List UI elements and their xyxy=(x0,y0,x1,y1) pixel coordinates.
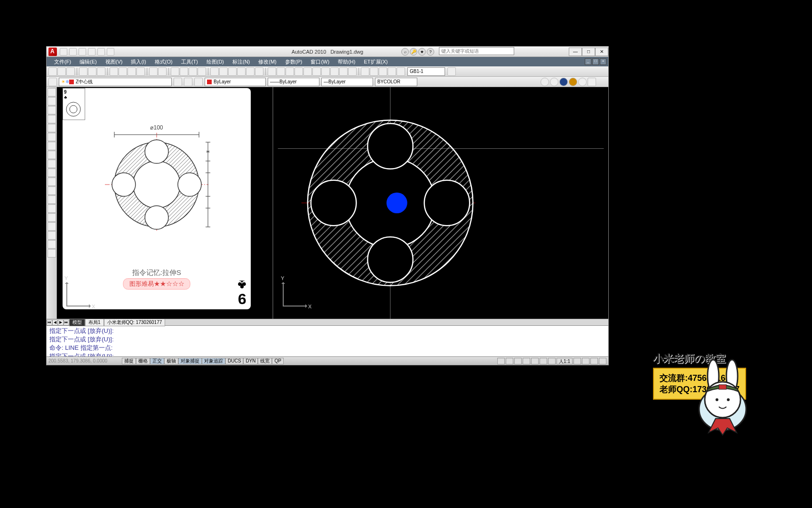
tolerance-icon[interactable] xyxy=(361,67,369,76)
dimstyle-combo[interactable]: GB1-1 xyxy=(407,67,445,76)
doc-restore-button[interactable]: □ xyxy=(592,58,599,65)
layer-combo[interactable]: ☀❄ Z中心线 xyxy=(59,78,172,86)
new-icon[interactable] xyxy=(60,48,67,56)
showmotion-icon[interactable] xyxy=(548,358,556,364)
open-icon[interactable] xyxy=(69,48,77,56)
dim-arc-icon[interactable] xyxy=(286,67,294,76)
region-icon[interactable] xyxy=(48,231,56,240)
polyline-icon[interactable] xyxy=(48,106,56,114)
point-icon[interactable] xyxy=(48,204,56,213)
2d-wireframe-icon[interactable] xyxy=(541,78,549,86)
undo-tb-icon[interactable] xyxy=(149,67,158,76)
publish-icon[interactable] xyxy=(97,67,105,76)
minimize-button[interactable]: — xyxy=(569,48,582,56)
open-file-icon[interactable] xyxy=(57,67,66,76)
doc-minimize-button[interactable]: _ xyxy=(585,58,591,65)
ellipse-arc-icon[interactable] xyxy=(48,177,56,186)
search-input[interactable] xyxy=(439,47,514,55)
maximize-button[interactable]: □ xyxy=(582,48,595,56)
quickview-layouts-icon[interactable] xyxy=(506,358,513,364)
menu-window[interactable]: 窗口(W) xyxy=(307,57,333,66)
star-icon[interactable]: ★ xyxy=(418,48,426,56)
toolbar-lock-icon[interactable] xyxy=(590,358,598,364)
rectangle-icon[interactable] xyxy=(48,124,56,132)
redo-icon[interactable] xyxy=(97,48,105,56)
menu-modify[interactable]: 修改(M) xyxy=(255,57,280,66)
arc-icon[interactable] xyxy=(48,133,56,141)
dim-baseline-icon[interactable] xyxy=(339,67,348,76)
toggle-lwt[interactable]: 线宽 xyxy=(258,358,272,364)
redo-tb-icon[interactable] xyxy=(158,67,167,76)
print-icon[interactable] xyxy=(107,48,114,56)
menu-help[interactable]: 帮助(H) xyxy=(334,57,359,66)
line-icon[interactable] xyxy=(48,88,56,97)
menu-view[interactable]: 视图(V) xyxy=(102,57,127,66)
tool-palettes-icon[interactable] xyxy=(228,67,237,76)
viewport-right[interactable]: Y X xyxy=(273,87,608,319)
tab-first-icon[interactable]: ⏮ xyxy=(47,320,52,325)
sheet-set-icon[interactable] xyxy=(237,67,246,76)
dim-diameter-icon[interactable] xyxy=(312,67,321,76)
insert-block-icon[interactable] xyxy=(48,186,56,195)
tab-layout1[interactable]: 布局1 xyxy=(85,319,104,326)
toggle-snap[interactable]: 捕捉 xyxy=(122,358,136,364)
pan-status-icon[interactable] xyxy=(523,358,530,364)
viewport-left[interactable]: 9 ♣ 9 ♣ 9 ♣ xyxy=(57,87,273,319)
menu-edit[interactable]: 编辑(E) xyxy=(76,57,101,66)
coordinates-display[interactable]: 200.5583, 179.3086, 0.0000 xyxy=(47,358,122,363)
dim-radius-icon[interactable] xyxy=(303,67,312,76)
menu-dimension[interactable]: 标注(N) xyxy=(229,57,254,66)
tab-layout2[interactable]: 小米老师QQ: 1730260177 xyxy=(104,319,166,326)
lineweight-combo[interactable]: — ByLayer xyxy=(321,78,373,86)
close-button[interactable]: ✕ xyxy=(595,48,608,56)
plotstyle-combo[interactable]: BYCOLOR xyxy=(375,78,417,86)
preview-icon[interactable] xyxy=(88,67,96,76)
polygon-icon[interactable] xyxy=(48,115,56,123)
annotation-visibility-icon[interactable] xyxy=(573,358,581,364)
hidden-icon[interactable] xyxy=(559,78,568,86)
save-icon[interactable] xyxy=(79,48,86,56)
toggle-otrack[interactable]: 对象追踪 xyxy=(202,358,225,364)
steering-wheel-icon[interactable] xyxy=(540,358,547,364)
menu-insert[interactable]: 插入(I) xyxy=(127,57,150,66)
tab-last-icon[interactable]: ⏭ xyxy=(64,320,69,325)
dim-ordinate-icon[interactable] xyxy=(295,67,303,76)
design-center-icon[interactable] xyxy=(219,67,228,76)
binoculars-icon[interactable]: ⌕ xyxy=(401,48,409,56)
vsmanage-icon[interactable] xyxy=(588,78,596,86)
save-file-icon[interactable] xyxy=(66,67,75,76)
menu-et[interactable]: ET扩展(X) xyxy=(360,57,391,66)
circle-icon[interactable] xyxy=(48,142,56,150)
revcloud-icon[interactable] xyxy=(48,151,56,159)
toggle-polar[interactable]: 极轴 xyxy=(164,358,178,364)
zoom-realtime-icon[interactable] xyxy=(180,67,188,76)
toggle-dyn[interactable]: DYN xyxy=(243,358,258,364)
toggle-osnap[interactable]: 对象捕捉 xyxy=(178,358,202,364)
zoom-previous-icon[interactable] xyxy=(198,67,206,76)
quickview-drawings-icon[interactable] xyxy=(514,358,522,364)
mtext-icon[interactable] xyxy=(48,249,56,258)
pan-icon[interactable] xyxy=(171,67,179,76)
dim-linear-icon[interactable] xyxy=(268,67,276,76)
menu-draw[interactable]: 绘图(D) xyxy=(203,57,228,66)
command-window[interactable]: 指定下一点或 [放弃(U)]: 指定下一点或 [放弃(U)]: 命令: LINE… xyxy=(47,325,608,361)
menu-tools[interactable]: 工具(T) xyxy=(177,57,202,66)
toggle-qp[interactable]: QP xyxy=(272,358,283,364)
app-menu-icon[interactable] xyxy=(48,48,57,56)
clean-screen-icon[interactable] xyxy=(599,358,606,364)
layer-previous-icon[interactable] xyxy=(174,78,182,86)
model-space-icon[interactable] xyxy=(497,358,505,364)
workspace-switching-icon[interactable] xyxy=(582,358,589,364)
matchprop-icon[interactable] xyxy=(136,67,145,76)
make-block-icon[interactable] xyxy=(48,195,56,204)
3d-wireframe-icon[interactable] xyxy=(550,78,558,86)
tab-model[interactable]: 模型 xyxy=(69,319,85,326)
menu-format[interactable]: 格式(O) xyxy=(151,57,176,66)
spline-icon[interactable] xyxy=(48,160,56,168)
plot-icon[interactable] xyxy=(79,67,88,76)
quickcalc-icon[interactable] xyxy=(255,67,263,76)
ellipse-icon[interactable] xyxy=(48,169,56,177)
center-mark-icon[interactable] xyxy=(370,67,378,76)
gradient-icon[interactable] xyxy=(48,222,56,231)
dim-quick-icon[interactable] xyxy=(330,67,339,76)
